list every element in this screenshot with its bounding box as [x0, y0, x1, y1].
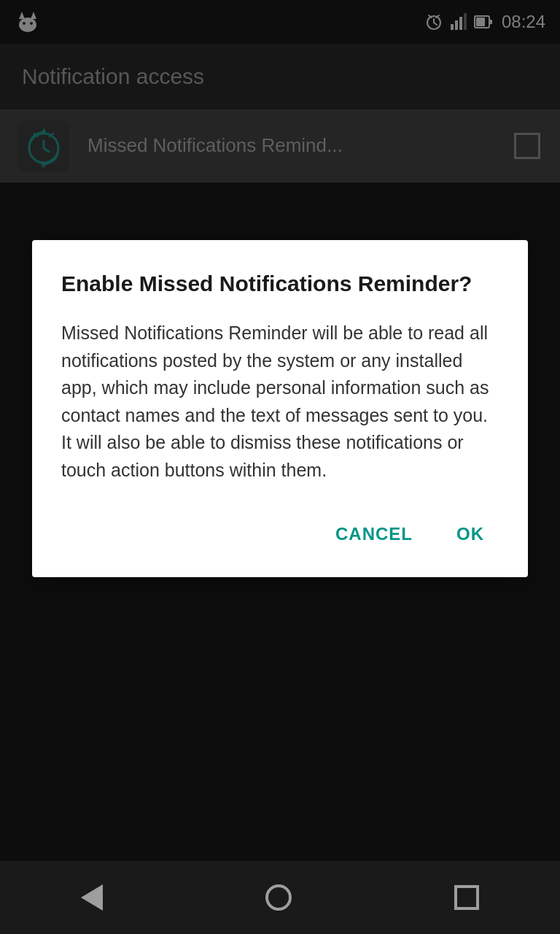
- dialog-overlay: Enable Missed Notifications Reminder? Mi…: [0, 0, 560, 934]
- dialog-actions: CANCEL OK: [61, 513, 499, 555]
- recents-button[interactable]: [443, 874, 490, 921]
- dialog: Enable Missed Notifications Reminder? Mi…: [32, 240, 528, 577]
- nav-bar: [0, 861, 560, 934]
- dialog-title: Enable Missed Notifications Reminder?: [61, 269, 499, 298]
- ok-button[interactable]: OK: [442, 513, 499, 555]
- home-button[interactable]: [254, 873, 303, 922]
- recents-icon: [454, 885, 479, 910]
- dialog-body: Missed Notifications Reminder will be ab…: [61, 320, 499, 484]
- back-icon: [81, 884, 103, 911]
- cancel-button[interactable]: CANCEL: [321, 513, 427, 555]
- back-button[interactable]: [70, 873, 114, 922]
- home-icon: [265, 884, 292, 911]
